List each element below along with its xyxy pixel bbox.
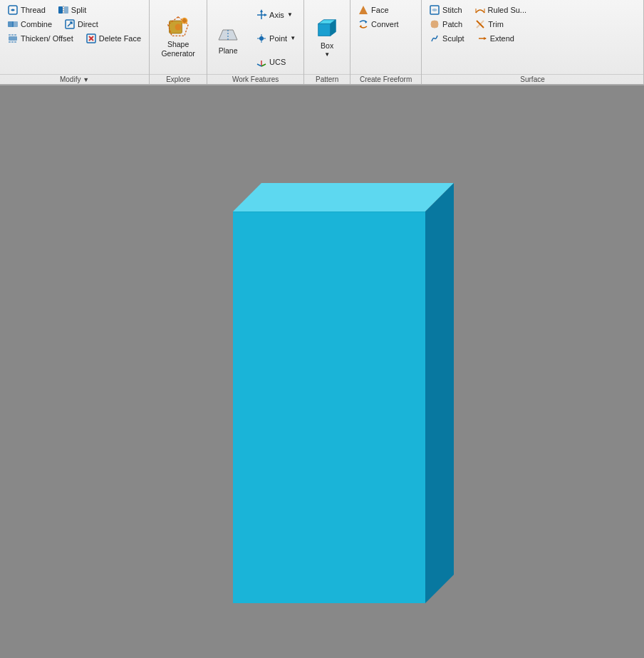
modify-section: Thread Split Combine bbox=[0, 0, 150, 84]
axis-button[interactable]: Axis ▼ bbox=[250, 5, 302, 25]
ruled-surface-icon bbox=[474, 4, 486, 16]
shape-generator-icon bbox=[167, 16, 189, 38]
pattern-section: Box ▼ Pattern bbox=[304, 0, 350, 84]
canvas-area bbox=[0, 85, 644, 658]
split-button[interactable]: Split bbox=[52, 3, 93, 17]
patch-button[interactable]: Patch bbox=[423, 17, 469, 31]
svg-marker-44 bbox=[233, 212, 425, 603]
combine-button[interactable]: Combine bbox=[1, 17, 58, 31]
shape-generator-label: Shape Generator bbox=[160, 40, 197, 58]
direct-icon bbox=[64, 19, 76, 30]
convert-icon bbox=[358, 19, 369, 30]
svg-point-13 bbox=[175, 24, 182, 31]
split-label: Split bbox=[71, 6, 86, 14]
delete-face-icon bbox=[85, 33, 97, 44]
box-button[interactable]: Box ▼ bbox=[307, 13, 347, 61]
svg-marker-22 bbox=[264, 14, 267, 16]
app-window: Thread Split Combine bbox=[0, 0, 644, 658]
3d-box bbox=[212, 169, 432, 589]
ruled-surface-label: Ruled Su... bbox=[488, 6, 526, 14]
svg-rect-7 bbox=[9, 36, 17, 41]
explore-label: Explore bbox=[150, 74, 207, 84]
point-icon bbox=[256, 33, 267, 44]
extend-icon bbox=[477, 33, 488, 44]
box-label: Box bbox=[321, 41, 333, 50]
extend-label: Extend bbox=[490, 34, 514, 43]
axis-icon bbox=[256, 9, 267, 21]
create-freeform-section: Face Convert Create Freeform bbox=[350, 0, 422, 84]
stitch-button[interactable]: Stitch bbox=[423, 3, 469, 17]
svg-marker-43 bbox=[484, 37, 487, 40]
surface-label: Surface bbox=[422, 74, 643, 84]
svg-rect-1 bbox=[58, 6, 63, 14]
sculpt-icon bbox=[429, 33, 440, 44]
stitch-icon bbox=[429, 4, 440, 16]
split-icon bbox=[58, 4, 69, 16]
face-button[interactable]: Face bbox=[352, 3, 420, 17]
thread-button[interactable]: Thread bbox=[1, 3, 52, 17]
plane-label: Plane bbox=[219, 46, 238, 55]
point-label: Point bbox=[269, 34, 287, 43]
svg-marker-47 bbox=[233, 212, 425, 212]
face-icon bbox=[358, 4, 369, 16]
work-features-section: Plane Axis ▼ bbox=[207, 0, 304, 84]
ucs-label: UCS bbox=[269, 58, 286, 66]
ucs-button[interactable]: UCS bbox=[250, 52, 302, 72]
svg-marker-17 bbox=[219, 30, 237, 40]
svg-marker-20 bbox=[260, 9, 263, 12]
create-freeform-label: Create Freeform bbox=[350, 74, 421, 84]
ruled-surface-button[interactable]: Ruled Su... bbox=[469, 3, 533, 17]
thread-label: Thread bbox=[21, 6, 46, 14]
thicken-offset-button[interactable]: Thicken/ Offset bbox=[1, 31, 80, 46]
ucs-icon bbox=[256, 56, 267, 68]
3d-box-svg bbox=[212, 169, 454, 610]
work-features-label: Work Features bbox=[207, 74, 303, 84]
pattern-label: Pattern bbox=[304, 74, 350, 84]
shape-generator-button[interactable]: Shape Generator bbox=[152, 13, 204, 61]
trim-button[interactable]: Trim bbox=[469, 17, 510, 31]
sculpt-label: Sculpt bbox=[442, 34, 464, 43]
convert-button[interactable]: Convert bbox=[352, 17, 420, 31]
convert-label: Convert bbox=[371, 20, 399, 28]
direct-label: Direct bbox=[78, 20, 98, 28]
thicken-offset-label: Thicken/ Offset bbox=[21, 34, 73, 43]
patch-icon bbox=[429, 19, 440, 30]
combine-label: Combine bbox=[21, 20, 52, 28]
svg-marker-46 bbox=[425, 183, 454, 603]
direct-button[interactable]: Direct bbox=[58, 17, 105, 31]
point-button[interactable]: Point ▼ bbox=[250, 28, 302, 48]
box-icon bbox=[316, 17, 338, 40]
face-label: Face bbox=[371, 6, 388, 14]
svg-rect-31 bbox=[318, 24, 331, 36]
stitch-label: Stitch bbox=[442, 6, 462, 14]
explore-section: Shape Generator Explore bbox=[150, 0, 207, 84]
plane-icon bbox=[217, 22, 239, 45]
sculpt-button[interactable]: Sculpt bbox=[423, 31, 471, 46]
toolbar: Thread Split Combine bbox=[0, 0, 644, 85]
surface-section: Stitch Ruled Su... Patch bbox=[422, 0, 644, 84]
axis-label: Axis bbox=[269, 11, 284, 19]
trim-icon bbox=[474, 19, 486, 30]
svg-rect-5 bbox=[12, 21, 18, 27]
thicken-offset-icon bbox=[7, 33, 19, 44]
svg-line-29 bbox=[261, 64, 266, 66]
svg-marker-34 bbox=[359, 6, 368, 14]
thread-icon bbox=[7, 4, 19, 16]
delete-face-label: Delete Face bbox=[99, 34, 141, 43]
svg-marker-45 bbox=[233, 183, 454, 212]
plane-button[interactable]: Plane bbox=[209, 14, 247, 63]
delete-face-button[interactable]: Delete Face bbox=[80, 31, 147, 46]
svg-rect-2 bbox=[64, 6, 68, 14]
combine-icon bbox=[7, 19, 19, 30]
svg-line-30 bbox=[257, 64, 261, 66]
extend-button[interactable]: Extend bbox=[471, 31, 521, 46]
patch-label: Patch bbox=[442, 20, 462, 28]
trim-label: Trim bbox=[488, 20, 504, 28]
modify-label: Modify ▼ bbox=[0, 74, 149, 84]
